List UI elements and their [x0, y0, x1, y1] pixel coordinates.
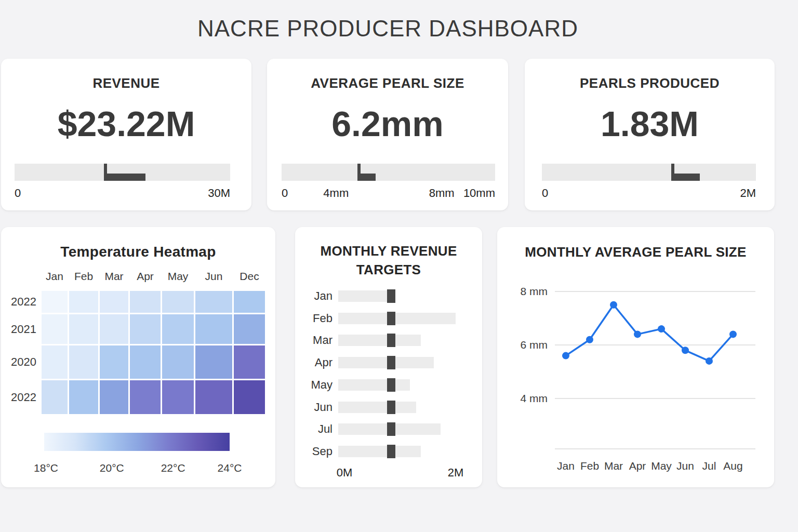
target-value-bar	[338, 335, 421, 346]
bullet-axis: 030M	[15, 187, 230, 200]
heatmap-col-label: Feb	[69, 270, 98, 283]
target-marker	[387, 289, 395, 303]
target-row: Jan	[295, 290, 482, 302]
heatmap-cell	[69, 314, 98, 344]
heatmap-cell	[195, 314, 232, 344]
temperature-heatmap-card: Temperature Heatmap JanFebMarAprMayJunDe…	[1, 227, 275, 487]
target-marker	[387, 422, 395, 436]
heatmap-cell	[69, 380, 98, 414]
heatmap-cell	[100, 314, 128, 344]
target-row-label: Feb	[295, 313, 332, 324]
y-axis-label: 6 mm	[521, 339, 548, 351]
colorbar-tick-label: 22°C	[161, 462, 185, 474]
target-row: Feb	[295, 313, 482, 324]
heatmap-cell	[195, 380, 232, 414]
target-row-label: Mar	[295, 335, 332, 346]
line-data-point	[610, 301, 617, 309]
pearl-size-line-chart: 8 mm6 mm4 mmJanFebMarAprMayJunJulAug	[497, 227, 774, 487]
heatmap-cell	[234, 345, 265, 379]
colorbar-tick-label: 18°C	[34, 462, 58, 474]
axis-tick-label: 10mm	[463, 187, 495, 200]
target-row: Jul	[295, 423, 482, 435]
target-row: Sep	[295, 446, 482, 457]
line-data-point	[682, 347, 689, 354]
line-data-point	[658, 325, 665, 332]
heatmap-cell	[234, 380, 265, 414]
bullet-marker-foot	[357, 174, 376, 181]
kpi-value: 1.83M	[525, 104, 775, 143]
heatmap-row-label: 2022	[1, 380, 37, 414]
heatmap-col-label: Apr	[130, 270, 161, 283]
heatmap-cell	[234, 314, 265, 344]
heatmap-cell	[130, 291, 161, 313]
target-value-bar	[338, 313, 456, 324]
axis-tick-label: 8mm	[429, 187, 455, 200]
heatmap-cell	[42, 314, 68, 344]
x-axis-label: Apr	[629, 460, 646, 472]
heatmap-cell	[130, 345, 161, 379]
heatmap-col-label: Jan	[42, 270, 68, 283]
target-marker	[387, 356, 395, 369]
target-value-bar	[338, 379, 410, 391]
heatmap-cell	[234, 291, 265, 313]
heatmap-cell	[42, 345, 68, 379]
target-row: Apr	[295, 357, 482, 368]
kpi-card-revenue: REVENUE $23.22M 030M	[1, 59, 251, 210]
x-axis-label: Jan	[557, 460, 575, 472]
targets-axis-label: 0M	[337, 466, 353, 480]
kpi-value: $23.22M	[1, 104, 251, 143]
line-data-point	[586, 336, 593, 343]
heatmap-cell	[162, 345, 194, 379]
heatmap-row-label: 2022	[1, 291, 37, 313]
heatmap-col-label: Dec	[234, 270, 265, 283]
target-marker	[387, 334, 395, 347]
heatmap-cell	[69, 345, 98, 379]
heatmap-cell	[42, 380, 68, 414]
x-axis-label: May	[651, 460, 672, 472]
bullet-track	[282, 164, 495, 181]
x-axis-label: Jun	[676, 460, 694, 472]
kpi-label: AVERAGE PEARL SIZE	[267, 75, 508, 91]
heatmap-row-label: 2020	[1, 345, 37, 379]
x-axis-label: Mar	[604, 460, 623, 472]
heatmap-cell	[162, 314, 194, 344]
heatmap-grid	[42, 291, 265, 414]
heatmap-row-labels: 2022202120202022	[1, 291, 37, 414]
target-marker	[387, 401, 395, 414]
heatmap-col-label: May	[162, 270, 194, 283]
target-marker	[387, 445, 395, 458]
heatmap-cell	[100, 291, 128, 313]
y-axis-label: 8 mm	[521, 285, 548, 297]
monthly-revenue-targets-card: MONTHLY REVENUE TARGETS JanFebMarAprMayJ…	[295, 227, 482, 487]
bullet-marker-foot	[671, 174, 700, 181]
pearl-size-line	[566, 305, 733, 361]
target-row: Mar	[295, 335, 482, 346]
bullet-track	[542, 164, 756, 181]
heatmap-cell	[130, 314, 161, 344]
axis-tick-label: 2M	[740, 187, 756, 200]
heatmap-cell	[42, 291, 68, 313]
target-value-bar	[338, 357, 434, 368]
target-row: May	[295, 379, 482, 391]
heatmap-col-label: Mar	[100, 270, 128, 283]
kpi-value: 6.2mm	[267, 104, 508, 143]
target-marker	[387, 312, 395, 325]
x-axis-label: Jul	[702, 460, 716, 472]
target-row: Jun	[295, 402, 482, 413]
heatmap-col-label: Jun	[195, 270, 232, 283]
heatmap-colorbar-labels: 18°C20°C22°C24°C	[44, 462, 230, 475]
x-axis-label: Aug	[723, 460, 742, 472]
targets-axis-label: 2M	[448, 466, 464, 480]
heatmap-cell	[162, 291, 194, 313]
axis-tick-label: 0	[282, 187, 288, 200]
page-title: NACRE PRODUCER DASHBOARD	[0, 16, 776, 42]
kpi-card-average-pearl-size: AVERAGE PEARL SIZE 6.2mm 04mm8mm10mm	[267, 59, 508, 210]
kpi-label: REVENUE	[1, 75, 251, 91]
colorbar-tick-label: 20°C	[100, 462, 124, 474]
heatmap-title: Temperature Heatmap	[1, 243, 275, 261]
axis-tick-label: 30M	[208, 187, 230, 200]
heatmap-cell	[195, 291, 232, 313]
heatmap-cell	[162, 380, 194, 414]
target-row-label: Sep	[295, 446, 332, 457]
axis-tick-label: 4mm	[323, 187, 349, 200]
